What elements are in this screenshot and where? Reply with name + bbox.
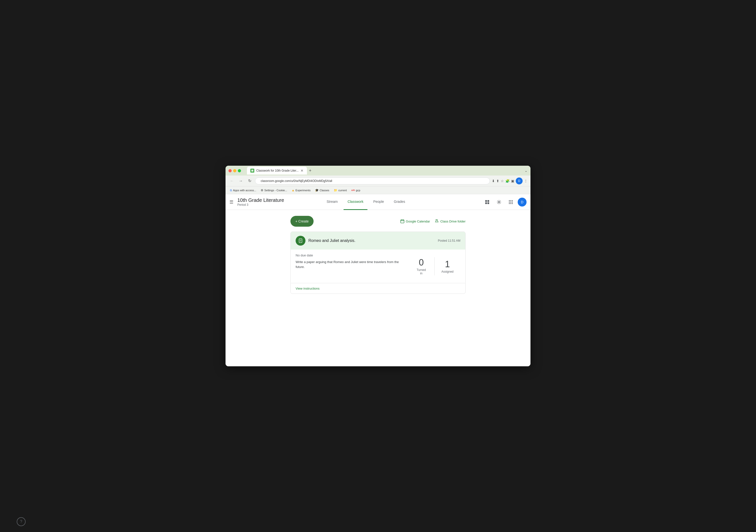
turned-in-stat: 0 Turned in [408, 255, 434, 277]
bookmark-experiments[interactable]: ▲ Experiments [290, 188, 312, 193]
google-apps-button[interactable] [506, 197, 516, 207]
svg-point-5 [498, 201, 500, 203]
bookmark-classes-label: Classes [320, 189, 329, 192]
app-container: ☰ 10th Grade Literature Period 3 Stream … [226, 194, 530, 366]
tab-bar: Classwork for 10th Grade Liter... ✕ + [247, 167, 523, 174]
close-button[interactable] [229, 169, 232, 172]
tab-grades[interactable]: Grades [390, 194, 409, 210]
assignment-posted: Posted 11:51 AM [438, 239, 460, 242]
create-button[interactable]: + Create [290, 216, 313, 227]
sidebar-icon[interactable]: ▣ [511, 179, 514, 183]
api-icon: API [351, 189, 355, 192]
maximize-button[interactable] [238, 169, 241, 172]
window-controls: ⌄ [525, 169, 527, 173]
reload-button[interactable]: ↻ [246, 177, 253, 184]
google-icon: G [230, 189, 232, 192]
forward-button[interactable]: → [237, 177, 244, 184]
main-content: + Create Google Calendar [284, 210, 472, 300]
tab-people[interactable]: People [369, 194, 388, 210]
svg-rect-0 [251, 170, 253, 172]
settings-icon: ⚙ [261, 189, 263, 192]
document-icon [298, 238, 303, 243]
card-header: Romeo and Juliet analysis. Posted 11:51 … [291, 232, 465, 250]
card-body: No due date Write a paper arguing that R… [291, 250, 465, 283]
class-drive-folder-label: Class Drive folder [440, 220, 466, 223]
browser-window: Classwork for 10th Grade Liter... ✕ + ⌄ … [226, 166, 530, 366]
stats-section: 0 Turned in 1 Assigned [408, 253, 460, 279]
active-tab[interactable]: Classwork for 10th Grade Liter... ✕ [247, 167, 307, 174]
view-instructions-link[interactable]: View instructions [296, 287, 319, 290]
svg-rect-4 [487, 202, 489, 204]
bookmarks-bar: G Apps with access... ⚙ Settings - Cooki… [226, 186, 530, 194]
triangle-icon: ▲ [292, 189, 295, 192]
top-nav: ☰ 10th Grade Literature Period 3 Stream … [226, 194, 530, 210]
assignment-title: Romeo and Juliet analysis. [309, 238, 435, 243]
class-info: 10th Grade Literature Period 3 [237, 198, 284, 206]
class-period: Period 3 [237, 203, 284, 206]
no-due-date: No due date [296, 253, 408, 257]
top-nav-actions: D [482, 197, 526, 207]
nav-tabs: Stream Classwork People Grades [323, 194, 409, 210]
classes-icon: 🎓 [315, 189, 319, 192]
google-calendar-label: Google Calendar [406, 220, 430, 223]
traffic-lights [229, 169, 241, 172]
folder-icon: 📁 [334, 189, 338, 192]
title-bar: Classwork for 10th Grade Liter... ✕ + ⌄ [226, 166, 530, 175]
user-avatar[interactable]: D [518, 198, 526, 206]
tab-stream[interactable]: Stream [323, 194, 341, 210]
svg-rect-2 [487, 200, 489, 202]
bookmark-current[interactable]: 📁 current [332, 188, 348, 193]
assigned-label: Assigned [442, 270, 453, 273]
svg-rect-6 [401, 220, 404, 223]
more-options-icon[interactable]: ⋮ [524, 179, 527, 183]
bookmark-settings-label: Settings - Cookie... [264, 189, 287, 192]
extension-icon[interactable]: 🧩 [505, 179, 510, 183]
bookmark-settings[interactable]: ⚙ Settings - Cookie... [259, 188, 289, 193]
settings-button[interactable] [494, 197, 504, 207]
drive-folder-icon [435, 219, 439, 223]
address-url: classroom.google.com/u/0/w/NjEyMDI4ODIxM… [258, 179, 487, 183]
bookmark-apps[interactable]: G Apps with access... [229, 188, 258, 192]
tab-title: Classwork for 10th Grade Liter... [256, 169, 299, 172]
card-footer: View instructions [291, 283, 465, 294]
new-tab-button[interactable]: + [307, 168, 313, 173]
download-icon[interactable]: ⬇ [492, 179, 495, 183]
assigned-stat: 1 Assigned [434, 257, 460, 275]
hamburger-menu-button[interactable]: ☰ [230, 200, 233, 205]
bookmark-gcp[interactable]: API gcp [350, 188, 362, 192]
svg-rect-1 [485, 200, 487, 202]
assignment-card: Romeo and Juliet analysis. Posted 11:51 … [290, 231, 466, 294]
grid-icon [509, 200, 513, 204]
tab-classwork[interactable]: Classwork [343, 194, 367, 210]
bookmark-current-label: current [338, 189, 347, 192]
assigned-count: 1 [442, 259, 453, 269]
tab-favicon [250, 169, 254, 173]
assignment-icon [296, 236, 306, 246]
bookmark-star-icon[interactable]: ☆ [501, 179, 504, 183]
dashboard-icon [485, 200, 490, 204]
back-button[interactable]: ← [229, 177, 235, 184]
class-drive-folder-link[interactable]: Class Drive folder [435, 219, 466, 223]
turned-in-label: Turned in [415, 268, 427, 275]
svg-rect-3 [485, 202, 487, 204]
bookmark-gcp-label: gcp [356, 189, 360, 192]
class-name: 10th Grade Literature [237, 198, 284, 203]
profile-avatar[interactable]: D [516, 177, 523, 184]
minimize-button[interactable] [233, 169, 236, 172]
bookmark-apps-label: Apps with access... [233, 189, 256, 192]
turned-in-count: 0 [415, 257, 427, 268]
google-calendar-link[interactable]: Google Calendar [400, 219, 430, 223]
dashboard-button[interactable] [482, 197, 492, 207]
address-icons: ⬇ ⬆ ☆ 🧩 ▣ D ⋮ [492, 177, 527, 184]
calendar-icon [400, 219, 404, 223]
address-input-wrapper[interactable]: classroom.google.com/u/0/w/NjEyMDI4ODIxM… [255, 177, 490, 184]
assignment-description: Write a paper arguing that Romeo and Jul… [296, 260, 408, 269]
gear-icon [497, 200, 501, 204]
drive-links: Google Calendar Class Drive folder [400, 219, 466, 223]
bookmark-classes[interactable]: 🎓 Classes [313, 188, 331, 193]
share-icon[interactable]: ⬆ [496, 179, 499, 183]
address-bar: ← → ↻ classroom.google.com/u/0/w/NjEyMDI… [226, 175, 530, 186]
tab-close-button[interactable]: ✕ [301, 169, 304, 173]
bookmark-experiments-label: Experiments [296, 189, 310, 192]
window-chevron-button[interactable]: ⌄ [525, 169, 527, 173]
